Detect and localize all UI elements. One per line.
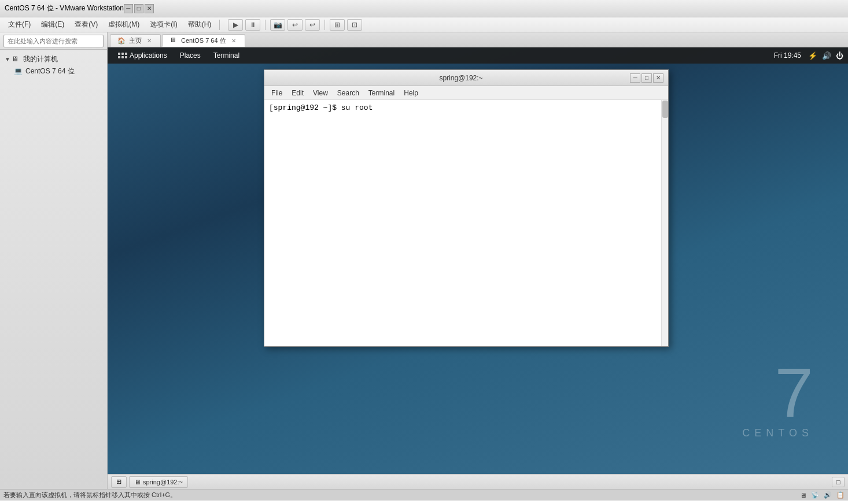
centos-number: 7 xyxy=(742,358,813,427)
dot xyxy=(125,53,127,55)
window-controls: ─ □ ✕ xyxy=(124,4,154,13)
status-right-icons: 🖥 📡 🔊 📋 xyxy=(800,491,845,499)
gnome-clock: Fri 19:45 xyxy=(774,51,801,60)
maximize-button[interactable]: □ xyxy=(134,4,143,13)
dot xyxy=(118,56,120,58)
dot xyxy=(125,56,127,58)
tree-arrow: ▼ xyxy=(5,56,12,62)
gnome-desktop[interactable]: Applications Places Terminal Fri 19:45 ⚡… xyxy=(108,47,848,474)
terminal-menu-file[interactable]: File xyxy=(267,88,287,98)
sidebar: ▼ 🖥 我的计算机 💻 CentOS 7 64 位 xyxy=(0,32,108,489)
tab-home-close[interactable]: ✕ xyxy=(145,37,153,45)
terminal-taskbar-item[interactable]: 🖥 spring@192:~ xyxy=(129,476,188,488)
terminal-minimize-button[interactable]: ─ xyxy=(630,73,640,83)
vmware-menubar: 文件(F) 编辑(E) 查看(V) 虚拟机(M) 选项卡(I) 帮助(H) ▶ … xyxy=(0,17,848,32)
minimize-button[interactable]: ─ xyxy=(124,4,133,13)
terminal-titlebar: spring@192:~ ─ □ ✕ xyxy=(264,70,668,86)
tree-vm-label: CentOS 7 64 位 xyxy=(25,66,75,76)
terminal-body[interactable]: [spring@192 ~]$ su root xyxy=(264,100,668,346)
centos-tab-icon: 🖥 xyxy=(169,36,178,45)
toolbar-separator-3 xyxy=(325,20,325,30)
terminal-window-title: spring@192:~ xyxy=(292,74,630,82)
terminal-label: Terminal xyxy=(213,51,239,60)
menu-help[interactable]: 帮助(H) xyxy=(183,18,216,31)
status-message: 若要输入直向该虚拟机，请将鼠标指针移入其中或按 Ctrl+G。 xyxy=(3,491,176,499)
terminal-icon: 🖥 xyxy=(134,479,141,486)
terminal-menu-search[interactable]: Search xyxy=(333,88,364,98)
terminal-menu-help[interactable]: Help xyxy=(399,88,423,98)
applications-label: Applications xyxy=(130,51,167,60)
tab-bar: 🏠 主页 ✕ 🖥 CentOS 7 64 位 ✕ xyxy=(108,32,848,47)
terminal-menu-terminal[interactable]: Terminal xyxy=(364,88,399,98)
network-icon[interactable]: ⚡ xyxy=(808,51,817,60)
terminal-menu-view[interactable]: View xyxy=(308,88,333,98)
pause-button[interactable]: ⏸ xyxy=(245,19,260,31)
unity-button[interactable]: ⊡ xyxy=(347,19,362,31)
terminal-scroll-thumb[interactable] xyxy=(662,101,668,118)
dot xyxy=(121,53,124,55)
status-icon-3: 🔊 xyxy=(824,491,832,499)
tree-root[interactable]: ▼ 🖥 我的计算机 xyxy=(2,53,105,65)
gnome-places-menu[interactable]: Places xyxy=(174,50,207,61)
menu-edit[interactable]: 编辑(E) xyxy=(36,18,69,31)
menu-tabs[interactable]: 选项卡(I) xyxy=(145,18,182,31)
tab-home-label: 主页 xyxy=(129,36,142,45)
terminal-content-line: [spring@192 ~]$ su root xyxy=(269,103,663,112)
terminal-window[interactable]: spring@192:~ ─ □ ✕ File Edit View Search… xyxy=(264,69,669,347)
centos-text: CENTOS xyxy=(742,427,813,439)
main-layout: ▼ 🖥 我的计算机 💻 CentOS 7 64 位 🏠 主页 ✕ 🖥 CentO… xyxy=(0,32,848,489)
vmware-bottombar: ⊞ 🖥 spring@192:~ □ xyxy=(108,474,848,489)
fullscreen-button[interactable]: ⊞ xyxy=(330,19,345,31)
applications-icon xyxy=(118,51,127,60)
tab-home[interactable]: 🏠 主页 ✕ xyxy=(110,34,161,47)
vmware-titlebar: CentOS 7 64 位 - VMware Workstation ─ □ ✕ xyxy=(0,0,848,17)
menu-file[interactable]: 文件(F) xyxy=(3,18,35,31)
terminal-window-controls: ─ □ ✕ xyxy=(630,73,663,83)
dot-row-1 xyxy=(118,53,127,55)
vmware-title: CentOS 7 64 位 - VMware Workstation xyxy=(5,3,124,13)
status-bar: 若要输入直向该虚拟机，请将鼠标指针移入其中或按 Ctrl+G。 🖥 📡 🔊 📋 xyxy=(0,489,848,501)
computer-icon: 🖥 xyxy=(12,55,21,64)
toolbar-separator-2 xyxy=(265,20,266,30)
status-icon-4: 📋 xyxy=(836,491,845,499)
gnome-systray: ⚡ 🔊 ⏻ xyxy=(808,51,843,60)
home-tab-icon: 🏠 xyxy=(117,37,126,45)
menu-vm[interactable]: 虚拟机(M) xyxy=(104,18,144,31)
close-button[interactable]: ✕ xyxy=(145,4,154,13)
power-icon[interactable]: ⏻ xyxy=(836,51,843,60)
restore-button[interactable]: ↩ xyxy=(287,19,303,31)
dot xyxy=(118,53,120,55)
tree-root-label: 我的计算机 xyxy=(23,54,58,64)
dot xyxy=(121,56,124,58)
back-button[interactable]: ↩ xyxy=(305,19,320,31)
centos-watermark: 7 CENTOS xyxy=(742,358,813,439)
tab-centos[interactable]: 🖥 CentOS 7 64 位 ✕ xyxy=(162,34,245,47)
search-input[interactable] xyxy=(3,35,104,47)
tab-centos-close[interactable]: ✕ xyxy=(230,36,238,45)
tab-centos-label: CentOS 7 64 位 xyxy=(181,36,226,45)
menu-view[interactable]: 查看(V) xyxy=(70,18,102,31)
terminal-scrollbar[interactable] xyxy=(661,100,668,346)
terminal-maximize-button[interactable]: □ xyxy=(641,73,652,83)
vm-icon: 💻 xyxy=(14,67,23,76)
sidebar-header xyxy=(0,32,107,50)
status-icon-2: 📡 xyxy=(811,491,819,499)
gnome-terminal-menu[interactable]: Terminal xyxy=(208,50,245,61)
terminal-close-button[interactable]: ✕ xyxy=(653,73,663,83)
dot-row-2 xyxy=(118,56,127,58)
bottombar-right: □ xyxy=(832,477,845,487)
tree-vm-item[interactable]: 💻 CentOS 7 64 位 xyxy=(2,65,105,77)
terminal-menu-edit[interactable]: Edit xyxy=(287,88,308,98)
power-on-button[interactable]: ▶ xyxy=(228,19,243,31)
vmware-toolbar: ▶ ⏸ 📷 ↩ ↩ ⊞ ⊡ xyxy=(228,19,362,31)
vm-content[interactable]: Applications Places Terminal Fri 19:45 ⚡… xyxy=(108,47,848,474)
display-button[interactable]: □ xyxy=(832,477,845,487)
vm-area: 🏠 主页 ✕ 🖥 CentOS 7 64 位 ✕ xyxy=(108,32,848,489)
volume-icon[interactable]: 🔊 xyxy=(822,51,831,60)
view-toggle-button[interactable]: ⊞ xyxy=(111,476,127,488)
gnome-applications-menu[interactable]: Applications xyxy=(112,50,173,61)
terminal-taskbar-label: spring@192:~ xyxy=(143,479,183,486)
terminal-menubar: File Edit View Search Terminal Help xyxy=(264,86,668,100)
status-icon-1: 🖥 xyxy=(800,492,806,499)
snapshot-button[interactable]: 📷 xyxy=(270,19,285,31)
